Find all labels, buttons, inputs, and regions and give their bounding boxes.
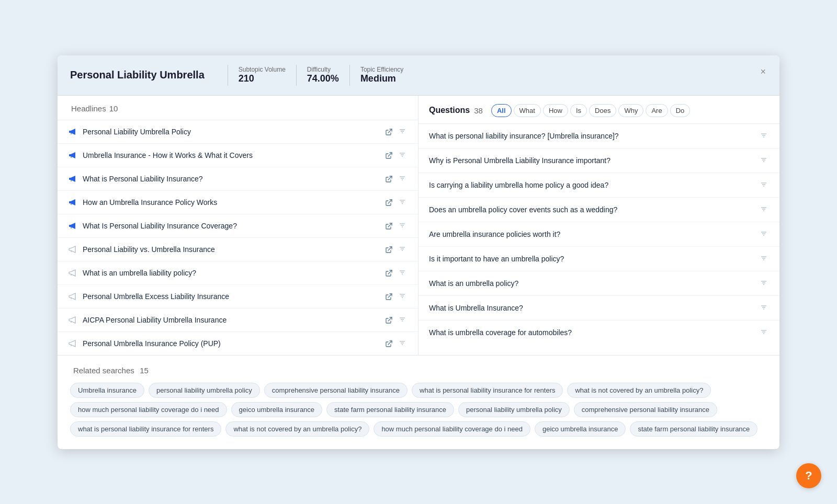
related-search-tag[interactable]: personal liability umbrella policy — [149, 383, 260, 398]
headlines-count: 10 — [109, 104, 118, 113]
question-text: Does an umbrella policy cover events suc… — [429, 205, 760, 214]
topic-efficiency-value: Medium — [360, 73, 396, 84]
questions-column: Questions 38 AllWhatHowIsDoesWhyAreDo Wh… — [418, 96, 779, 355]
topic-efficiency-label: Topic Efficiency — [360, 66, 403, 73]
headline-text: How an Umbrella Insurance Policy Works — [83, 198, 378, 207]
questions-count: 38 — [474, 106, 483, 115]
sort-icon[interactable] — [398, 268, 408, 278]
related-searches-title: Related searches — [73, 366, 134, 375]
sort-icon[interactable] — [398, 198, 408, 207]
external-link-icon[interactable] — [386, 293, 393, 300]
sort-icon[interactable] — [398, 127, 408, 136]
related-search-tag[interactable]: geico umbrella insurance — [231, 402, 323, 417]
headline-text: What Is Personal Liability Insurance Cov… — [83, 222, 378, 230]
related-search-tag[interactable]: what is not covered by an umbrella polic… — [567, 383, 711, 398]
question-item: Is carrying a liability umbrella home po… — [418, 173, 779, 198]
headline-item: Personal Liability Umbrella Policy — [58, 120, 418, 144]
megaphone-icon — [68, 245, 77, 254]
question-item: Does an umbrella policy cover events suc… — [418, 198, 779, 222]
question-sort-icon[interactable] — [760, 205, 769, 214]
headline-item: Personal Liability vs. Umbrella Insuranc… — [58, 238, 418, 261]
filter-tab-why[interactable]: Why — [618, 104, 643, 117]
external-link-icon[interactable] — [386, 199, 393, 206]
filter-tab-are[interactable]: Are — [646, 104, 668, 117]
modal-header: Personal Liability Umbrella Subtopic Vol… — [58, 55, 779, 96]
external-link-icon[interactable] — [386, 269, 393, 277]
related-search-tag[interactable]: personal liability umbrella policy — [458, 402, 570, 417]
sort-icon[interactable] — [398, 151, 408, 160]
sort-icon[interactable] — [398, 245, 408, 254]
headline-text: Personal Umbrella Excess Liability Insur… — [83, 292, 378, 301]
external-link-icon[interactable] — [386, 222, 393, 230]
header-divider-3 — [349, 65, 350, 86]
related-search-tag[interactable]: what is personal liability insurance for… — [70, 421, 221, 437]
headline-text: Personal Liability Umbrella Policy — [83, 128, 378, 136]
question-sort-icon[interactable] — [760, 303, 769, 313]
related-search-tag[interactable]: comprehensive personal liability insuran… — [264, 383, 408, 398]
question-list: What is personal liability insurance? [U… — [418, 124, 779, 345]
sort-icon[interactable] — [398, 339, 408, 348]
external-link-icon[interactable] — [386, 152, 393, 159]
filter-tab-does[interactable]: Does — [589, 104, 616, 117]
filter-tab-do[interactable]: Do — [670, 104, 691, 117]
question-text: Are umbrella insurance policies worth it… — [429, 230, 760, 238]
megaphone-icon — [68, 198, 77, 207]
question-text: What is personal liability insurance? [U… — [429, 132, 760, 140]
megaphone-icon — [68, 268, 77, 278]
related-search-tag[interactable]: what is personal liability insurance for… — [412, 383, 563, 398]
related-search-tag[interactable]: state farm personal liability insurance — [630, 421, 757, 437]
external-link-icon[interactable] — [386, 340, 393, 347]
related-search-tag[interactable]: how much personal liability coverage do … — [70, 402, 227, 417]
close-button[interactable]: × — [756, 65, 770, 78]
sort-icon[interactable] — [398, 221, 408, 231]
help-button[interactable]: ? — [796, 463, 821, 488]
related-search-tag[interactable]: what is not covered by an umbrella polic… — [225, 421, 369, 437]
header-divider-2 — [296, 65, 297, 86]
headline-text: What is Personal Liability Insurance? — [83, 175, 378, 183]
question-item: What is Umbrella Insurance? — [418, 296, 779, 320]
question-sort-icon[interactable] — [760, 156, 769, 165]
filter-tab-how[interactable]: How — [543, 104, 568, 117]
question-text: What is Umbrella Insurance? — [429, 304, 760, 312]
megaphone-icon — [68, 292, 77, 301]
headlines-title: Headlines — [71, 104, 106, 113]
sort-icon[interactable] — [398, 174, 408, 184]
sort-icon[interactable] — [398, 315, 408, 325]
subtopic-volume-stat: Subtopic Volume 210 — [239, 66, 286, 84]
external-link-icon[interactable] — [386, 316, 393, 324]
filter-tab-is[interactable]: Is — [570, 104, 587, 117]
megaphone-icon — [68, 339, 77, 348]
question-sort-icon[interactable] — [760, 254, 769, 264]
modal-body: Headlines10 Personal Liability Umbrella … — [58, 96, 779, 356]
external-link-icon[interactable] — [386, 128, 393, 135]
megaphone-icon — [68, 174, 77, 184]
question-sort-icon[interactable] — [760, 180, 769, 190]
related-search-tag[interactable]: how much personal liability coverage do … — [374, 421, 530, 437]
filter-tab-what[interactable]: What — [514, 104, 541, 117]
related-search-tag[interactable]: state farm personal liability insurance — [326, 402, 454, 417]
subtopic-volume-label: Subtopic Volume — [239, 66, 286, 73]
headline-item: What is an umbrella liability policy? — [58, 261, 418, 285]
main-modal: Personal Liability Umbrella Subtopic Vol… — [58, 55, 779, 449]
related-searches-count: 15 — [140, 366, 149, 375]
headline-list: Personal Liability Umbrella PolicyUmbrel… — [58, 120, 418, 355]
question-text: What is umbrella coverage for automobile… — [429, 328, 760, 337]
external-link-icon[interactable] — [386, 175, 393, 182]
question-item: What is personal liability insurance? [U… — [418, 124, 779, 148]
headline-text: Umbrella Insurance - How it Works & What… — [83, 151, 378, 159]
question-sort-icon[interactable] — [760, 328, 769, 337]
question-item: What is an umbrella policy? — [418, 271, 779, 296]
questions-header: Questions 38 AllWhatHowIsDoesWhyAreDo — [418, 96, 779, 124]
filter-tab-all[interactable]: All — [491, 104, 512, 117]
question-sort-icon[interactable] — [760, 279, 769, 288]
related-search-tag[interactable]: Umbrella insurance — [70, 383, 144, 398]
sort-icon[interactable] — [398, 292, 408, 301]
external-link-icon[interactable] — [386, 246, 393, 253]
difficulty-label: Difficulty — [307, 66, 331, 73]
subtopic-volume-value: 210 — [239, 73, 254, 84]
question-sort-icon[interactable] — [760, 230, 769, 239]
related-search-tag[interactable]: geico umbrella insurance — [535, 421, 626, 437]
question-sort-icon[interactable] — [760, 131, 769, 141]
headline-item: How an Umbrella Insurance Policy Works — [58, 191, 418, 214]
related-search-tag[interactable]: comprehensive personal liability insuran… — [574, 402, 717, 417]
